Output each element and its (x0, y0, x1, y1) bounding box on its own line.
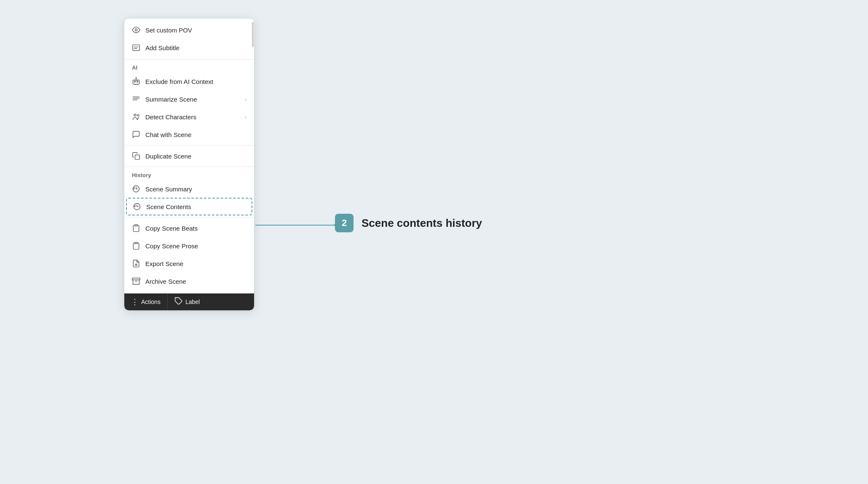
archive-icon (132, 277, 140, 285)
menu-item-label: Scene Summary (145, 186, 192, 193)
menu-item-label: Detect Characters (145, 113, 196, 121)
menu-item-scene-summary[interactable]: Scene Summary (124, 180, 254, 198)
menu-item-exclude-ai[interactable]: Exclude from AI Context (124, 73, 254, 90)
menu-item-label: Exclude from AI Context (145, 78, 213, 85)
svg-rect-6 (134, 81, 136, 82)
context-menu: Set custom POV Add Subtitle AI Exclude f… (124, 19, 254, 310)
scroll-padding (124, 290, 254, 293)
actions-button[interactable]: ⋮ Actions (124, 293, 168, 310)
menu-item-add-subtitle[interactable]: Add Subtitle (124, 39, 254, 56)
actions-icon: ⋮ (131, 297, 139, 307)
history-icon (133, 202, 141, 211)
menu-item-summarize-scene[interactable]: Summarize Scene › (124, 90, 254, 108)
menu-item-label: Scene Contents (146, 203, 191, 210)
clipboard-icon (132, 224, 140, 232)
menu-item-archive-scene[interactable]: Archive Scene (124, 272, 254, 290)
divider (124, 145, 254, 145)
label-label: Label (185, 298, 200, 305)
svg-rect-7 (137, 81, 138, 82)
history-icon (132, 185, 140, 193)
svg-rect-1 (133, 45, 140, 50)
menu-item-label: Summarize Scene (145, 96, 197, 103)
menu-item-duplicate-scene[interactable]: Duplicate Scene (124, 147, 254, 165)
section-label-ai: AI (124, 61, 254, 73)
connector-line (255, 225, 338, 226)
menu-item-label: Set custom POV (145, 27, 192, 34)
menu-item-scene-contents[interactable]: Scene Contents (126, 198, 252, 215)
tag-icon (174, 297, 183, 307)
menu-scroll-area[interactable]: Set custom POV Add Subtitle AI Exclude f… (124, 19, 254, 293)
menu-item-label: Archive Scene (145, 278, 186, 285)
subtitle-icon (132, 43, 140, 52)
menu-item-label: Duplicate Scene (145, 153, 191, 160)
divider (124, 217, 254, 218)
menu-item-label: Copy Scene Prose (145, 242, 198, 250)
menu-item-chat-with-scene[interactable]: Chat with Scene (124, 126, 254, 143)
duplicate-icon (132, 152, 140, 160)
bottom-bar: ⋮ Actions Label (124, 293, 254, 310)
divider (124, 59, 254, 59)
label-button[interactable]: Label (168, 293, 206, 310)
arrow-icon: › (245, 114, 246, 120)
annotation-text: Scene contents history (362, 214, 482, 232)
menu-item-export-scene[interactable]: Export Scene (124, 255, 254, 272)
lines-icon (132, 95, 140, 103)
menu-item-label: Add Subtitle (145, 44, 179, 51)
arrow-icon: › (245, 96, 246, 102)
menu-item-copy-scene-prose[interactable]: Copy Scene Prose (124, 237, 254, 255)
badge-number-text: 2 (342, 218, 347, 229)
menu-item-detect-characters[interactable]: Detect Characters › (124, 108, 254, 126)
chat-icon (132, 130, 140, 139)
svg-rect-16 (135, 225, 138, 226)
menu-item-label: Copy Scene Beats (145, 225, 198, 232)
clipboard-icon (132, 242, 140, 250)
svg-rect-15 (135, 155, 140, 160)
eye-icon (132, 26, 140, 34)
robot-icon (132, 77, 140, 86)
svg-rect-17 (135, 242, 138, 244)
svg-rect-4 (133, 80, 139, 84)
menu-item-set-custom-pov[interactable]: Set custom POV (124, 21, 254, 39)
annotation-badge: 2 (335, 214, 354, 232)
svg-rect-19 (132, 278, 140, 280)
people-icon (132, 113, 140, 121)
menu-item-label: Export Scene (145, 260, 183, 267)
actions-label: Actions (141, 298, 161, 305)
svg-point-0 (135, 29, 137, 31)
svg-point-13 (134, 114, 136, 116)
menu-item-copy-scene-beats[interactable]: Copy Scene Beats (124, 219, 254, 237)
section-label-history: History (124, 169, 254, 180)
svg-point-14 (137, 115, 139, 116)
divider (124, 167, 254, 167)
menu-item-label: Chat with Scene (145, 131, 191, 138)
export-icon (132, 259, 140, 268)
